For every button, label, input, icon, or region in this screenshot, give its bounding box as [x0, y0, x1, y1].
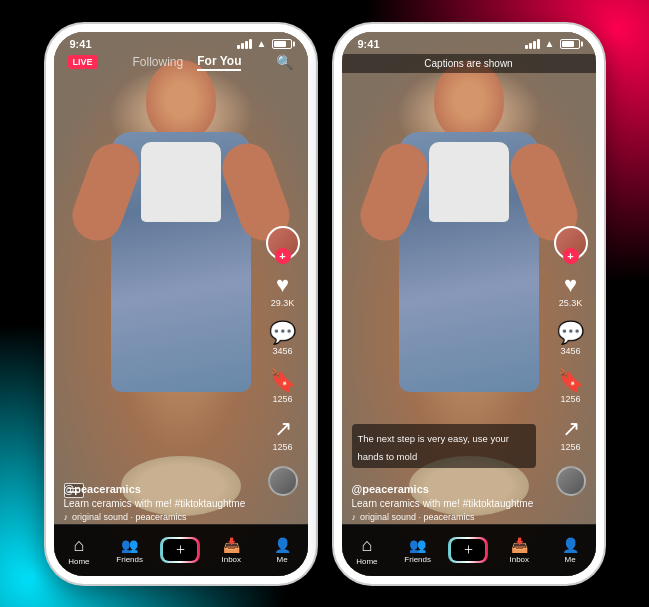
inbox-icon-2: 📥: [511, 537, 528, 554]
comment-action-2[interactable]: 💬 3456: [557, 322, 584, 356]
plus-button-2[interactable]: +: [448, 537, 488, 563]
avatar-action[interactable]: +: [266, 226, 300, 260]
share-count-2: 1256: [560, 442, 580, 452]
bottom-info-2: @peaceramics Learn ceramics with me! #ti…: [352, 483, 541, 522]
bookmark-icon-2: 🔖: [557, 370, 584, 392]
bottom-info-1: @peaceramics Learn ceramics with me! #ti…: [64, 483, 253, 522]
wifi-icon-2: ▲: [545, 38, 555, 49]
status-icons-1: ▲: [237, 38, 292, 49]
avatar: +: [266, 226, 300, 260]
username-2[interactable]: @peaceramics: [352, 483, 541, 495]
comment-icon: 💬: [269, 322, 296, 344]
home-icon: ⌂: [73, 535, 84, 556]
signal-icon-2: [525, 39, 540, 49]
nav-friends-1[interactable]: 👥 Friends: [104, 537, 155, 564]
subtitle-text: The next step is very easy, use your han…: [358, 433, 509, 462]
me-label-2: Me: [565, 555, 576, 564]
time-2: 9:41: [358, 38, 380, 50]
plus-button-inner: +: [163, 539, 197, 561]
right-actions-2: + ♥ 25.3K 💬 3456 🔖 1256 ↗ 1256: [554, 226, 588, 496]
music-disc-2: [556, 466, 586, 496]
profile-icon-2: 👤: [562, 537, 579, 554]
like-action[interactable]: ♥ 29.3K: [271, 274, 295, 308]
phone-1-screen: 9:41 ▲ LIVE Fo: [54, 32, 308, 576]
bottom-nav-1: ⌂ Home 👥 Friends + 📥 Inbox 👤: [54, 524, 308, 576]
bottom-nav-2: ⌂ Home 👥 Friends + 📥 Inbox 👤: [342, 524, 596, 576]
me-label: Me: [277, 555, 288, 564]
share-icon: ↗: [274, 418, 292, 440]
bookmark-count-2: 1256: [560, 394, 580, 404]
top-nav-1: LIVE Following For You 🔍: [54, 54, 308, 71]
like-action-2[interactable]: ♥ 25.3K: [559, 274, 583, 308]
friends-icon: 👥: [121, 537, 138, 554]
right-actions-1: + ♥ 29.3K 💬 3456 🔖 1256 ↗ 1256: [266, 226, 300, 496]
bookmark-count: 1256: [272, 394, 292, 404]
description-1: Learn ceramics with me! #tiktoktaughtme: [64, 498, 253, 509]
share-action[interactable]: ↗ 1256: [272, 418, 292, 452]
comment-count-2: 3456: [560, 346, 580, 356]
nav-inbox-2[interactable]: 📥 Inbox: [494, 537, 545, 564]
plus-button[interactable]: +: [160, 537, 200, 563]
nav-me-2[interactable]: 👤 Me: [545, 537, 596, 564]
share-count: 1256: [272, 442, 292, 452]
sound-text-1: original sound · peaceramics: [72, 512, 187, 522]
phones-container: 9:41 ▲ LIVE Fo: [46, 24, 604, 584]
nav-friends-2[interactable]: 👥 Friends: [392, 537, 443, 564]
music-disc: [268, 466, 298, 496]
nav-tabs-1: Following For You: [133, 54, 242, 71]
status-icons-2: ▲: [525, 38, 580, 49]
tab-following[interactable]: Following: [133, 55, 184, 69]
username-1[interactable]: @peaceramics: [64, 483, 253, 495]
comment-icon-2: 💬: [557, 322, 584, 344]
share-action-2[interactable]: ↗ 1256: [560, 418, 580, 452]
subtitle-bar: The next step is very easy, use your han…: [352, 424, 536, 468]
nav-plus-2[interactable]: +: [443, 537, 494, 563]
signal-icon: [237, 39, 252, 49]
sound-row-2: ♪ original sound · peaceramics: [352, 512, 541, 522]
friends-icon-2: 👥: [409, 537, 426, 554]
wifi-icon: ▲: [257, 38, 267, 49]
nav-inbox-1[interactable]: 📥 Inbox: [206, 537, 257, 564]
like-icon-2: ♥: [564, 274, 577, 296]
like-count: 29.3K: [271, 298, 295, 308]
friends-label-2: Friends: [404, 555, 431, 564]
phone-2: 9:41 ▲ Captions are shown: [334, 24, 604, 584]
follow-plus-badge-2: +: [563, 248, 579, 264]
home-icon-2: ⌂: [361, 535, 372, 556]
home-label-2: Home: [356, 557, 377, 566]
time-1: 9:41: [70, 38, 92, 50]
captions-text: Captions are shown: [424, 58, 512, 69]
follow-plus-badge: +: [275, 248, 291, 264]
captions-banner: Captions are shown: [342, 54, 596, 73]
nav-home-1[interactable]: ⌂ Home: [54, 535, 105, 566]
nav-me-1[interactable]: 👤 Me: [257, 537, 308, 564]
avatar-2: +: [554, 226, 588, 260]
inbox-label-2: Inbox: [510, 555, 530, 564]
comment-count: 3456: [272, 346, 292, 356]
nav-plus-1[interactable]: +: [155, 537, 206, 563]
home-label: Home: [68, 557, 89, 566]
like-icon: ♥: [276, 274, 289, 296]
avatar-action-2[interactable]: +: [554, 226, 588, 260]
comment-action[interactable]: 💬 3456: [269, 322, 296, 356]
inbox-label: Inbox: [222, 555, 242, 564]
bookmark-icon: 🔖: [269, 370, 296, 392]
status-bar-2: 9:41 ▲: [342, 32, 596, 52]
nav-home-2[interactable]: ⌂ Home: [342, 535, 393, 566]
sound-row-1: ♪ original sound · peaceramics: [64, 512, 253, 522]
sound-text-2: original sound · peaceramics: [360, 512, 475, 522]
search-icon[interactable]: 🔍: [276, 54, 293, 71]
plus-button-inner-2: +: [451, 539, 485, 561]
friends-label: Friends: [116, 555, 143, 564]
share-icon-2: ↗: [562, 418, 580, 440]
bookmark-action[interactable]: 🔖 1256: [269, 370, 296, 404]
phone-1: 9:41 ▲ LIVE Fo: [46, 24, 316, 584]
tab-for-you[interactable]: For You: [197, 54, 241, 71]
phone-2-screen: 9:41 ▲ Captions are shown: [342, 32, 596, 576]
live-badge[interactable]: LIVE: [68, 55, 98, 69]
disc-action-2[interactable]: [556, 466, 586, 496]
like-count-2: 25.3K: [559, 298, 583, 308]
battery-icon-2: [560, 39, 580, 49]
bookmark-action-2[interactable]: 🔖 1256: [557, 370, 584, 404]
disc-action[interactable]: [268, 466, 298, 496]
